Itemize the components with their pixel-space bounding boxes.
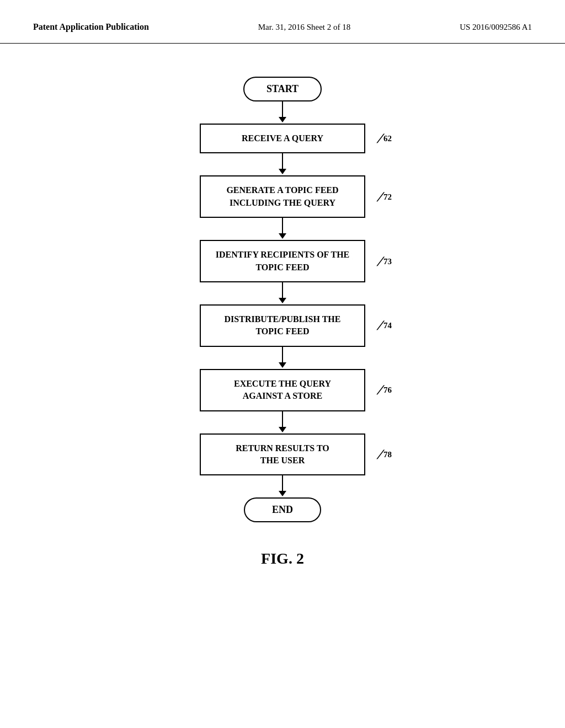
- arrow-line: [282, 101, 283, 117]
- arrow-head: [279, 427, 286, 432]
- arrow-4: [279, 282, 286, 304]
- arrow-line: [282, 153, 283, 169]
- arrow-head: [279, 362, 286, 368]
- arrow-line: [282, 218, 283, 233]
- arrow-5: [279, 347, 286, 369]
- header-patent-number: US 2016/0092586 A1: [460, 23, 532, 32]
- step-72-box: GENERATE A TOPIC FEEDINCLUDING THE QUERY…: [200, 175, 365, 218]
- step-62-label: ╱ 62: [377, 133, 392, 144]
- arrow-head: [279, 117, 286, 122]
- arrow-line: [282, 347, 283, 362]
- arrow-7: [279, 475, 286, 497]
- arrow-head: [279, 233, 286, 239]
- header-date-sheet: Mar. 31, 2016 Sheet 2 of 18: [258, 23, 350, 32]
- end-terminal: END: [244, 497, 321, 522]
- header-publication-label: Patent Application Publication: [33, 22, 149, 32]
- arrow-1: [279, 101, 286, 124]
- arrow-head: [279, 298, 286, 303]
- step-76-label: ╱ 76: [377, 384, 392, 396]
- step-74-label: ╱ 74: [377, 320, 392, 331]
- arrow-head: [279, 491, 286, 496]
- step-78-label: ╱ 78: [377, 448, 392, 460]
- figure-caption: FIG. 2: [261, 550, 304, 568]
- step-76-box: EXECUTE THE QUERYAGAINST A STORE ╱ 76: [200, 369, 365, 411]
- arrow-head: [279, 169, 286, 174]
- arrow-3: [279, 218, 286, 240]
- step-62-box: RECEIVE A QUERY ╱ 62: [200, 124, 365, 153]
- step-73-label: ╱ 73: [377, 255, 392, 267]
- diagram-area: START RECEIVE A QUERY ╱ 62 GENERATE A TO…: [0, 44, 565, 568]
- arrow-line: [282, 411, 283, 427]
- step-74-box: DISTRIBUTE/PUBLISH THETOPIC FEED ╱ 74: [200, 304, 365, 347]
- step-72-label: ╱ 72: [377, 191, 392, 202]
- page-header: Patent Application Publication Mar. 31, …: [0, 0, 565, 44]
- step-78-box: RETURN RESULTS TOTHE USER ╱ 78: [200, 433, 365, 476]
- arrow-2: [279, 153, 286, 175]
- step-73-box: IDENTIFY RECIPIENTS OF THETOPIC FEED ╱ 7…: [200, 240, 365, 282]
- arrow-6: [279, 411, 286, 433]
- arrow-line: [282, 282, 283, 298]
- flowchart: START RECEIVE A QUERY ╱ 62 GENERATE A TO…: [145, 77, 420, 522]
- start-terminal: START: [243, 77, 322, 101]
- arrow-line: [282, 475, 283, 491]
